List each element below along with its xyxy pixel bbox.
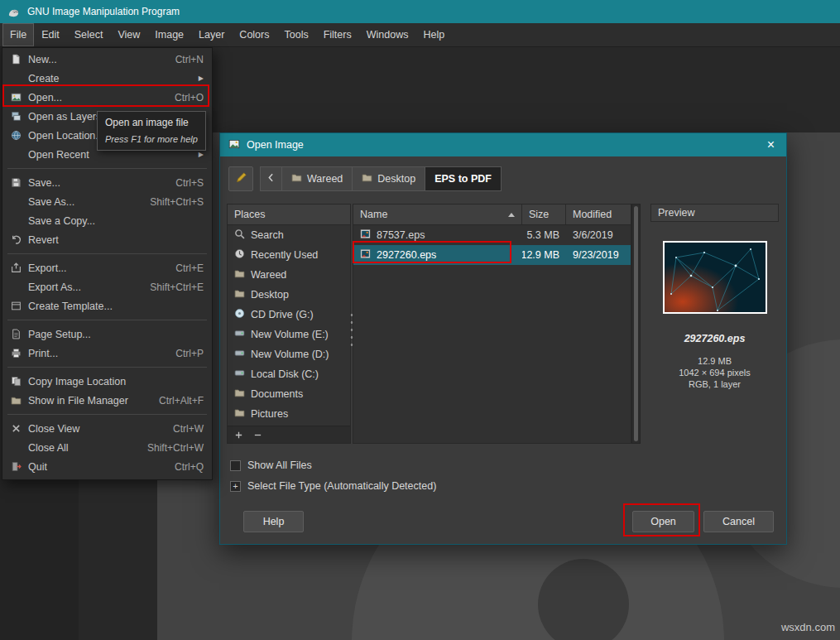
place-label: Search [251,229,284,241]
open-button[interactable]: Open [632,511,694,532]
menu-item-open[interactable]: Open...Ctrl+O [2,88,212,107]
file-list-scrollbar[interactable] [631,204,641,444]
tooltip-text: Open an image file [105,117,198,128]
file-name-cell[interactable]: 87537.eps [353,229,522,242]
menu-item-copy-image-location[interactable]: Copy Image Location [2,372,212,391]
menu-help[interactable]: Help [415,23,452,46]
menu-item-page-setup[interactable]: Page Setup... [2,325,212,344]
place-item-cd-drive-g[interactable]: CD Drive (G:) [228,305,350,325]
menu-shortcut: Shift+Ctrl+S [150,196,204,208]
dialog-close-icon[interactable]: × [764,138,778,152]
remove-place-button[interactable] [249,428,266,441]
preview-thumbnail [663,241,767,314]
menu-item-save[interactable]: Save...Ctrl+S [2,173,212,192]
menu-item-label: New... [28,54,175,65]
menu-select[interactable]: Select [67,23,111,46]
menu-item-revert[interactable]: Revert [2,230,212,249]
show-all-files-checkbox[interactable]: Show All Files [230,460,312,471]
menu-item-export[interactable]: Export...Ctrl+E [2,258,212,277]
place-item-desktop[interactable]: Desktop [228,285,350,305]
preview-filesize: 12.9 MB [650,355,779,367]
eps-file-icon [360,248,371,262]
folder-icon [291,172,302,185]
close-view-icon [8,423,23,434]
menu-item-label: Export As... [28,282,150,293]
type-filename-button[interactable] [228,166,253,191]
menu-item-create[interactable]: Create▶ [2,69,212,88]
menu-item-save-as[interactable]: Save As...Shift+Ctrl+S [2,192,212,211]
help-button[interactable]: Help [243,511,304,532]
eps-file-icon [360,229,371,242]
open-as-layers-icon [8,111,23,122]
menu-item-close-view[interactable]: Close ViewCtrl+W [2,419,212,438]
cancel-button[interactable]: Cancel [703,511,774,532]
checkbox-icon[interactable] [230,460,241,471]
file-type-label: Select File Type (Automatically Detected… [247,480,436,492]
preview-color-mode: RGB, 1 layer [650,378,779,390]
place-item-wareed[interactable]: Wareed [228,265,350,285]
menu-item-label: Show in File Manager [28,395,159,407]
column-header-name[interactable]: Name [353,205,522,224]
place-label: Recently Used [251,249,318,261]
menu-item-print[interactable]: Print...Ctrl+P [2,344,212,363]
place-item-new-volume-d[interactable]: New Volume (D:) [228,344,350,364]
expander-plus-icon[interactable]: + [230,481,241,492]
place-item-recently-used[interactable]: Recently Used [228,245,350,265]
pane-splitter-handle[interactable] [349,311,354,348]
menu-tools[interactable]: Tools [276,23,315,46]
tooltip: Open an image file Press F1 for more hel… [97,111,206,151]
file-list-header: Name Size Modified [353,205,631,225]
column-header-modified[interactable]: Modified [566,205,631,224]
menu-item-close-all[interactable]: Close AllShift+Ctrl+W [2,438,212,457]
file-row-87537-eps[interactable]: 87537.eps5.3 MB3/6/2019 [353,225,631,245]
path-button-desktop[interactable]: Desktop [353,166,425,191]
column-header-size[interactable]: Size [522,205,566,224]
menu-layer[interactable]: Layer [191,23,232,46]
menu-colors[interactable]: Colors [232,23,276,46]
drive-icon [234,328,245,341]
place-label: Documents [251,388,303,400]
menu-file[interactable]: File [2,23,34,46]
drive-icon [234,368,245,381]
window-titlebar[interactable]: GNU Image Manipulation Program [0,0,840,23]
watermark: wsxdn.com [781,621,835,633]
places-header[interactable]: Places [228,205,350,225]
dialog-titlebar[interactable]: Open Image × [220,133,786,156]
menu-windows[interactable]: Windows [359,23,416,46]
back-button[interactable] [260,166,282,191]
menu-item-label: Save As... [28,196,150,208]
file-name-cell[interactable]: 2927260.eps [353,248,522,262]
file-row-2927260-eps[interactable]: 2927260.eps12.9 MB9/23/2019 [353,245,631,265]
menu-view[interactable]: View [110,23,147,46]
path-button-wareed[interactable]: Wareed [282,166,353,191]
path-label: EPS to PDF [434,173,492,185]
menu-item-export-as[interactable]: Export As...Shift+Ctrl+E [2,277,212,296]
scrollbar-thumb[interactable] [634,206,638,441]
menubar: FileEditSelectViewImageLayerColorsToolsF… [0,23,840,47]
menu-filters[interactable]: Filters [316,23,359,46]
add-place-button[interactable] [230,428,247,441]
place-item-pictures[interactable]: Pictures [228,404,350,424]
menu-separator [7,253,207,254]
place-item-search[interactable]: Search [228,225,350,245]
menu-item-label: Print... [28,348,175,359]
menu-edit[interactable]: Edit [34,23,67,46]
preview-filename: 2927260.eps [650,333,779,344]
menu-item-new[interactable]: New...Ctrl+N [2,50,212,69]
menu-item-label: Save... [28,177,175,189]
menu-item-create-template[interactable]: Create Template... [2,296,212,315]
menu-item-quit[interactable]: QuitCtrl+Q [2,457,212,476]
place-item-local-disk-c[interactable]: Local Disk (C:) [228,364,350,384]
open-image-dialog: Open Image × WareedDesktopEPS to PDF Pla… [219,132,787,545]
place-item-new-volume-e[interactable]: New Volume (E:) [228,325,350,344]
file-type-expander[interactable]: + Select File Type (Automatically Detect… [230,480,436,492]
menu-item-save-a-copy[interactable]: Save a Copy... [2,211,212,230]
menu-item-show-in-file-manager[interactable]: Show in File ManagerCtrl+Alt+F [2,391,212,410]
place-item-documents[interactable]: Documents [228,384,350,404]
menu-item-label: Export... [28,262,175,274]
path-button-eps-to-pdf[interactable]: EPS to PDF [425,166,502,191]
menu-item-label: Revert [28,234,204,246]
file-rows: 87537.eps5.3 MB3/6/20192927260.eps12.9 M… [353,225,631,265]
place-label: Pictures [251,408,288,420]
menu-image[interactable]: Image [147,23,191,46]
